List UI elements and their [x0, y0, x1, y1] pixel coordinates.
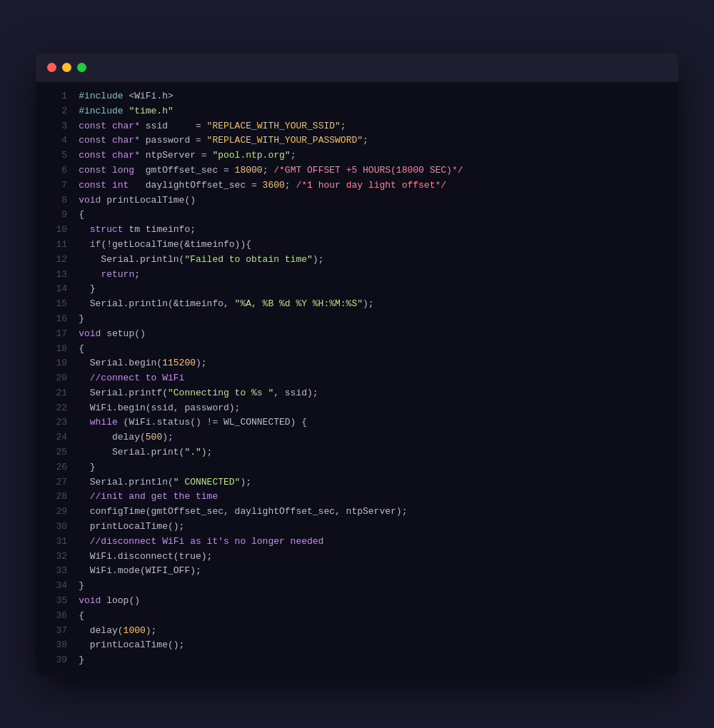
line-code: Serial.printf("Connecting to %s ", ssid)… — [79, 386, 678, 401]
line-number: 15 — [36, 297, 79, 312]
line-code: const char* password = "REPLACE_WITH_YOU… — [79, 133, 678, 148]
line-code: } — [79, 312, 678, 327]
line-number: 6 — [36, 163, 79, 178]
table-row: 18 { — [36, 342, 678, 357]
table-row: 35 void loop() — [36, 594, 678, 609]
table-row: 12 Serial.println("Failed to obtain time… — [36, 253, 678, 268]
line-code: #include "time.h" — [79, 104, 678, 119]
line-number: 27 — [36, 475, 79, 490]
line-code: } — [79, 282, 678, 297]
line-number: 10 — [36, 223, 79, 238]
line-number: 34 — [36, 579, 79, 594]
table-row: 17 void setup() — [36, 327, 678, 342]
line-number: 17 — [36, 327, 79, 342]
maximize-button[interactable] — [77, 63, 86, 72]
line-code: const int daylightOffset_sec = 3600; /*1… — [79, 178, 678, 193]
line-code: void setup() — [79, 327, 678, 342]
table-row: 8 void printLocalTime() — [36, 193, 678, 208]
line-number: 9 — [36, 208, 79, 223]
table-row: 20 //connect to WiFi — [36, 371, 678, 386]
line-code: Serial.println(" CONNECTED"); — [79, 475, 678, 490]
line-code: #include <WiFi.h> — [79, 89, 678, 104]
line-code: } — [79, 653, 678, 668]
line-code: //disconnect WiFi as it's no longer need… — [79, 535, 678, 550]
line-number: 38 — [36, 638, 79, 653]
line-code: } — [79, 460, 678, 475]
line-number: 33 — [36, 564, 79, 579]
table-row: 10 struct tm timeinfo; — [36, 223, 678, 238]
table-row: 37 delay(1000); — [36, 624, 678, 639]
line-code: void printLocalTime() — [79, 193, 678, 208]
line-number: 31 — [36, 535, 79, 550]
table-row: 4 const char* password = "REPLACE_WITH_Y… — [36, 133, 678, 148]
line-number: 18 — [36, 342, 79, 357]
line-code: delay(1000); — [79, 624, 678, 639]
table-row: 13 return; — [36, 268, 678, 283]
table-row: 25 Serial.print("."); — [36, 445, 678, 460]
line-number: 1 — [36, 89, 79, 104]
line-code: { — [79, 208, 678, 223]
line-number: 39 — [36, 653, 79, 668]
line-code: //connect to WiFi — [79, 371, 678, 386]
line-number: 23 — [36, 415, 79, 430]
table-row: 24 delay(500); — [36, 430, 678, 445]
table-row: 29 configTime(gmtOffset_sec, daylightOff… — [36, 505, 678, 520]
line-code: while (WiFi.status() != WL_CONNECTED) { — [79, 415, 678, 430]
table-row: 19 Serial.begin(115200); — [36, 356, 678, 371]
titlebar — [36, 53, 678, 82]
line-number: 36 — [36, 609, 79, 624]
code-table: 1 #include <WiFi.h> 2 #include "time.h" … — [36, 89, 678, 668]
line-number: 21 — [36, 386, 79, 401]
table-row: 27 Serial.println(" CONNECTED"); — [36, 475, 678, 490]
table-row: 32 WiFi.disconnect(true); — [36, 550, 678, 565]
line-number: 2 — [36, 104, 79, 119]
line-code: //init and get the time — [79, 490, 678, 505]
table-row: 7 const int daylightOffset_sec = 3600; /… — [36, 178, 678, 193]
line-code: } — [79, 579, 678, 594]
table-row: 36 { — [36, 609, 678, 624]
line-code: const char* ssid = "REPLACE_WITH_YOUR_SS… — [79, 119, 678, 134]
table-row: 1 #include <WiFi.h> — [36, 89, 678, 104]
line-number: 37 — [36, 624, 79, 639]
table-row: 14 } — [36, 282, 678, 297]
line-number: 11 — [36, 238, 79, 253]
line-number: 16 — [36, 312, 79, 327]
line-code: Serial.println(&timeinfo, "%A, %B %d %Y … — [79, 297, 678, 312]
table-row: 21 Serial.printf("Connecting to %s ", ss… — [36, 386, 678, 401]
line-number: 4 — [36, 133, 79, 148]
table-row: 15 Serial.println(&timeinfo, "%A, %B %d … — [36, 297, 678, 312]
table-row: 22 WiFi.begin(ssid, password); — [36, 401, 678, 416]
table-row: 33 WiFi.mode(WIFI_OFF); — [36, 564, 678, 579]
line-code: if(!getLocalTime(&timeinfo)){ — [79, 238, 678, 253]
line-number: 20 — [36, 371, 79, 386]
line-code: void loop() — [79, 594, 678, 609]
line-number: 19 — [36, 356, 79, 371]
line-number: 28 — [36, 490, 79, 505]
line-number: 13 — [36, 268, 79, 283]
line-number: 8 — [36, 193, 79, 208]
line-code: printLocalTime(); — [79, 520, 678, 535]
line-number: 24 — [36, 430, 79, 445]
minimize-button[interactable] — [62, 63, 71, 72]
editor-window: 1 #include <WiFi.h> 2 #include "time.h" … — [36, 53, 678, 675]
line-number: 29 — [36, 505, 79, 520]
line-number: 12 — [36, 253, 79, 268]
line-code: delay(500); — [79, 430, 678, 445]
table-row: 6 const long gmtOffset_sec = 18000; /*GM… — [36, 163, 678, 178]
line-number: 26 — [36, 460, 79, 475]
line-code: WiFi.disconnect(true); — [79, 550, 678, 565]
table-row: 2 #include "time.h" — [36, 104, 678, 119]
table-row: 31 //disconnect WiFi as it's no longer n… — [36, 535, 678, 550]
line-code: { — [79, 609, 678, 624]
code-editor[interactable]: 1 #include <WiFi.h> 2 #include "time.h" … — [36, 82, 678, 675]
table-row: 5 const char* ntpServer = "pool.ntp.org"… — [36, 148, 678, 163]
line-code: printLocalTime(); — [79, 638, 678, 653]
line-number: 3 — [36, 119, 79, 134]
close-button[interactable] — [47, 63, 56, 72]
line-number: 5 — [36, 148, 79, 163]
line-code: { — [79, 342, 678, 357]
table-row: 34 } — [36, 579, 678, 594]
table-row: 26 } — [36, 460, 678, 475]
line-code: Serial.print("."); — [79, 445, 678, 460]
line-number: 32 — [36, 550, 79, 565]
